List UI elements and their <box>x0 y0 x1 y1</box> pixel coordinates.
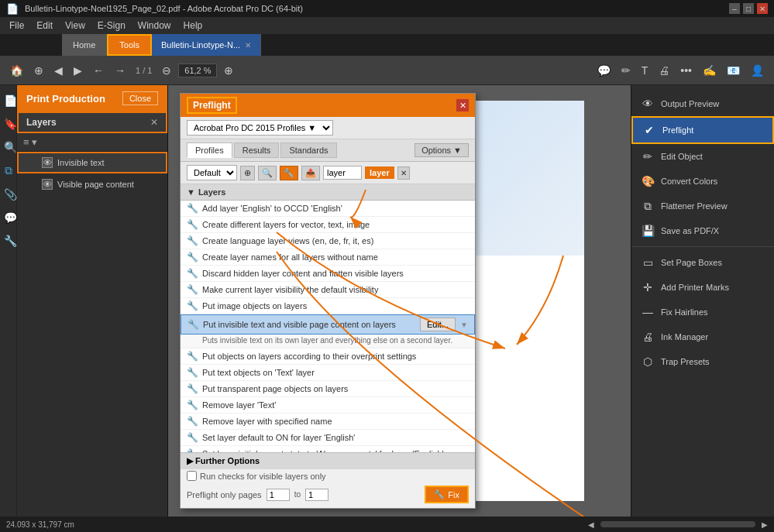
tab-results[interactable]: Results <box>234 142 280 158</box>
dialog-close-button[interactable]: ✕ <box>456 99 469 112</box>
menu-window[interactable]: Window <box>132 19 177 33</box>
list-item[interactable]: 🔧 Create layer names for all layers with… <box>181 249 475 266</box>
tool-forward[interactable]: ▶ <box>70 62 86 79</box>
list-item[interactable]: 🔧 Remove layer with specified name <box>181 414 475 430</box>
scroll-bar[interactable] <box>600 521 755 527</box>
tab-close-icon[interactable]: ✕ <box>245 41 251 50</box>
tool-stamp[interactable]: 🖨 <box>655 62 673 79</box>
item-text: Create language layer views (en, de, fr,… <box>202 236 469 245</box>
dialog-footer-title[interactable]: ▶ Further Options <box>181 452 475 469</box>
layers-item-invisible-text[interactable]: 👁 Invisible text <box>17 152 167 173</box>
menu-view[interactable]: View <box>59 19 91 33</box>
right-panel-output-preview[interactable]: 👁 Output Preview <box>631 91 774 116</box>
dialog-tool-new[interactable]: ⊕ <box>240 166 255 180</box>
list-item[interactable]: 🔧 Put transparent page objects on layers <box>181 381 475 397</box>
tool-pen[interactable]: ✏ <box>617 62 635 79</box>
tool-more[interactable]: ••• <box>676 62 696 79</box>
right-panel-trap-presets[interactable]: ⬡ Trap Presets <box>631 349 774 374</box>
layers-menu-icon[interactable]: ≡ ▾ <box>23 136 37 148</box>
right-panel-page-boxes[interactable]: ▭ Set Page Boxes <box>631 250 774 275</box>
title-bar-text: Bulletin-Linotype-Noel1925_Page_02.pdf -… <box>25 4 303 13</box>
dialog-tool-wrench[interactable]: 🔧 <box>280 166 298 180</box>
right-panel-flattener[interactable]: ⧉ Flattener Preview <box>631 194 774 218</box>
maximize-button[interactable]: □ <box>743 3 754 14</box>
zoom-input[interactable] <box>178 63 217 77</box>
menu-esign[interactable]: E-Sign <box>91 19 132 33</box>
right-panel-ink-manager[interactable]: 🖨 Ink Manager <box>631 324 774 349</box>
list-item[interactable]: 🔧 Put text objects on 'Text' layer <box>181 365 475 381</box>
tool-nav-fwd[interactable]: → <box>111 62 129 79</box>
right-panel-edit-object[interactable]: ✏ Edit Object <box>631 144 774 169</box>
sidebar-layers[interactable]: ⧉ <box>1 161 16 180</box>
sidebar-page-thumbnail[interactable]: 📄 <box>1 91 16 110</box>
list-item[interactable]: 🔧 Create different layers for vector, te… <box>181 217 475 233</box>
canvas-area: Preflight ✕ Acrobat Pro DC 2015 Profiles… <box>168 85 631 517</box>
list-item[interactable]: 🔧 Discard hidden layer content and flatt… <box>181 266 475 282</box>
pages-from-input[interactable] <box>267 489 290 501</box>
sidebar-search[interactable]: 🔍 <box>1 138 16 156</box>
tool-page-prev[interactable]: ⊕ <box>30 62 47 79</box>
layer-search-input[interactable] <box>323 166 362 180</box>
list-item[interactable]: 🔧 Make current layer visibility the defa… <box>181 282 475 298</box>
tool-account[interactable]: 👤 <box>747 62 768 79</box>
tool-share[interactable]: 📧 <box>723 62 744 79</box>
right-panel-save-pdfx[interactable]: 💾 Save as PDF/X <box>631 218 774 243</box>
sidebar-attachments[interactable]: 📎 <box>1 185 16 204</box>
title-bar-controls[interactable]: – □ ✕ <box>729 3 768 14</box>
list-item[interactable]: 🔧 Create language layer views (en, de, f… <box>181 233 475 249</box>
scroll-right[interactable]: ▶ <box>762 520 768 529</box>
right-panel-convert-colors[interactable]: 🎨 Convert Colors <box>631 169 774 194</box>
right-panel-printer-marks[interactable]: ✛ Add Printer Marks <box>631 275 774 300</box>
tool-zoom-out[interactable]: ⊖ <box>158 62 175 79</box>
scroll-left[interactable]: ◀ <box>588 520 594 529</box>
list-item[interactable]: 🔧 Add layer 'English' to OCCD 'English' <box>181 201 475 217</box>
tool-comment[interactable]: 💬 <box>593 62 614 79</box>
right-panel: 👁 Output Preview ✔ Preflight ✏ Edit Obje… <box>631 85 774 517</box>
menu-file[interactable]: File <box>3 19 30 33</box>
right-panel-preflight[interactable]: ✔ Preflight <box>631 116 774 144</box>
default-dropdown[interactable]: Default <box>187 165 237 180</box>
fix-button[interactable]: 🔧 Fix <box>425 486 469 503</box>
tool-nav-back[interactable]: ← <box>89 62 108 79</box>
menu-edit[interactable]: Edit <box>30 19 59 33</box>
layers-toolbar: ≡ ▾ <box>17 133 167 152</box>
list-item-highlighted[interactable]: 🔧 Put invisible text and visible page co… <box>181 314 475 335</box>
minimize-button[interactable]: – <box>729 3 740 14</box>
tool-select[interactable]: 🏠 <box>6 62 27 79</box>
list-item[interactable]: 🔧 Set layer initial export state to 'Alw… <box>181 446 475 452</box>
profile-select[interactable]: Acrobat Pro DC 2015 Profiles ▼ <box>187 120 333 136</box>
tool-back[interactable]: ◀ <box>50 62 67 79</box>
item-icon: 🔧 <box>187 203 198 214</box>
print-production-close[interactable]: Close <box>122 91 158 105</box>
sidebar-bookmarks[interactable]: 🔖 <box>1 115 16 133</box>
edit-button[interactable]: Edit... <box>420 317 456 331</box>
sidebar-tools[interactable]: 🔧 <box>1 232 16 250</box>
close-button[interactable]: ✕ <box>757 3 768 14</box>
edit-object-label: Edit Object <box>661 152 703 161</box>
printer-marks-icon: ✛ <box>641 280 655 294</box>
tab-document[interactable]: Bulletin-Linotype-N... ✕ <box>152 34 261 56</box>
right-panel-hairlines[interactable]: — Fix Hairlines <box>631 300 774 324</box>
pages-to-input[interactable] <box>305 489 329 501</box>
collapse-icon[interactable]: ▼ <box>187 187 195 197</box>
menu-help[interactable]: Help <box>177 19 209 33</box>
list-item[interactable]: 🔧 Put objects on layers according to the… <box>181 348 475 365</box>
tab-profiles[interactable]: Profiles <box>187 142 232 158</box>
tool-sign[interactable]: ✍ <box>699 62 720 79</box>
layers-item-visible-content[interactable]: 👁 Visible page content <box>17 173 167 195</box>
dialog-tool-export[interactable]: 📤 <box>301 166 320 180</box>
dialog-tool-clear[interactable]: ✕ <box>397 166 410 180</box>
tab-home[interactable]: Home <box>62 34 107 56</box>
layers-close-icon[interactable]: ✕ <box>150 117 158 128</box>
tab-standards[interactable]: Standards <box>280 142 336 158</box>
sidebar-comments[interactable]: 💬 <box>1 208 16 227</box>
list-item[interactable]: 🔧 Remove layer 'Text' <box>181 397 475 414</box>
dialog-tool-search[interactable]: 🔍 <box>258 166 277 180</box>
tool-text[interactable]: T <box>638 62 652 79</box>
list-item[interactable]: 🔧 Set layer default to ON for layer 'Eng… <box>181 430 475 446</box>
tool-zoom-in[interactable]: ⊕ <box>220 62 237 79</box>
list-item[interactable]: 🔧 Put image objects on layers <box>181 298 475 314</box>
visible-layers-checkbox[interactable] <box>187 471 197 481</box>
tab-tools[interactable]: Tools <box>107 34 152 56</box>
options-button[interactable]: Options ▼ <box>415 143 469 157</box>
